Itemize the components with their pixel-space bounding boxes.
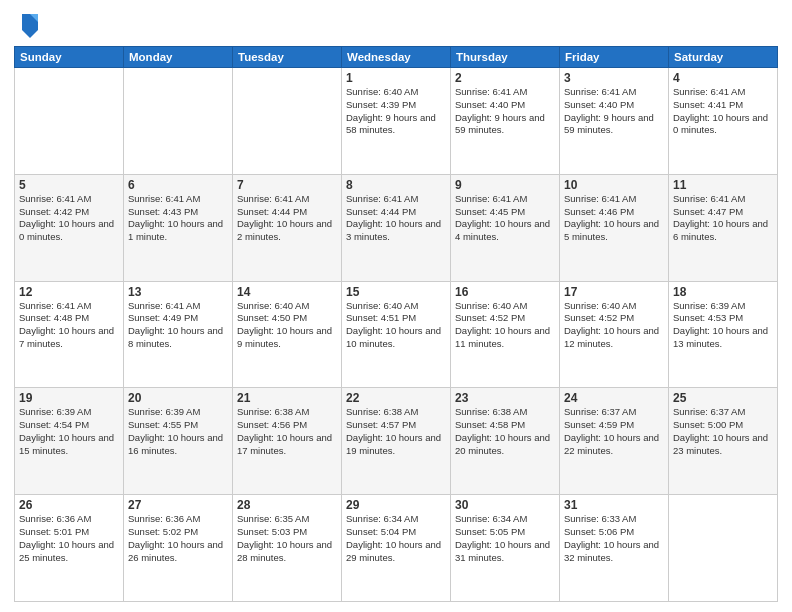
day-number: 13 <box>128 285 228 299</box>
day-info: Sunrise: 6:38 AM Sunset: 4:56 PM Dayligh… <box>237 406 337 457</box>
day-number: 11 <box>673 178 773 192</box>
calendar-cell: 14Sunrise: 6:40 AM Sunset: 4:50 PM Dayli… <box>233 281 342 388</box>
calendar: SundayMondayTuesdayWednesdayThursdayFrid… <box>14 46 778 602</box>
day-info: Sunrise: 6:41 AM Sunset: 4:48 PM Dayligh… <box>19 300 119 351</box>
calendar-header-monday: Monday <box>124 47 233 68</box>
calendar-header-friday: Friday <box>560 47 669 68</box>
day-info: Sunrise: 6:41 AM Sunset: 4:45 PM Dayligh… <box>455 193 555 244</box>
day-info: Sunrise: 6:41 AM Sunset: 4:40 PM Dayligh… <box>564 86 664 137</box>
day-number: 28 <box>237 498 337 512</box>
day-info: Sunrise: 6:41 AM Sunset: 4:44 PM Dayligh… <box>346 193 446 244</box>
day-number: 15 <box>346 285 446 299</box>
day-info: Sunrise: 6:39 AM Sunset: 4:53 PM Dayligh… <box>673 300 773 351</box>
day-info: Sunrise: 6:41 AM Sunset: 4:47 PM Dayligh… <box>673 193 773 244</box>
day-number: 23 <box>455 391 555 405</box>
calendar-cell: 13Sunrise: 6:41 AM Sunset: 4:49 PM Dayli… <box>124 281 233 388</box>
calendar-cell: 8Sunrise: 6:41 AM Sunset: 4:44 PM Daylig… <box>342 174 451 281</box>
day-info: Sunrise: 6:41 AM Sunset: 4:41 PM Dayligh… <box>673 86 773 137</box>
calendar-cell: 24Sunrise: 6:37 AM Sunset: 4:59 PM Dayli… <box>560 388 669 495</box>
day-number: 2 <box>455 71 555 85</box>
day-number: 24 <box>564 391 664 405</box>
calendar-cell <box>233 68 342 175</box>
logo-icon <box>18 10 42 38</box>
day-number: 16 <box>455 285 555 299</box>
day-info: Sunrise: 6:40 AM Sunset: 4:52 PM Dayligh… <box>455 300 555 351</box>
calendar-cell: 21Sunrise: 6:38 AM Sunset: 4:56 PM Dayli… <box>233 388 342 495</box>
calendar-cell: 19Sunrise: 6:39 AM Sunset: 4:54 PM Dayli… <box>15 388 124 495</box>
day-number: 20 <box>128 391 228 405</box>
day-info: Sunrise: 6:41 AM Sunset: 4:44 PM Dayligh… <box>237 193 337 244</box>
page: SundayMondayTuesdayWednesdayThursdayFrid… <box>0 0 792 612</box>
day-info: Sunrise: 6:36 AM Sunset: 5:02 PM Dayligh… <box>128 513 228 564</box>
calendar-header-tuesday: Tuesday <box>233 47 342 68</box>
day-info: Sunrise: 6:41 AM Sunset: 4:40 PM Dayligh… <box>455 86 555 137</box>
calendar-cell: 16Sunrise: 6:40 AM Sunset: 4:52 PM Dayli… <box>451 281 560 388</box>
day-number: 12 <box>19 285 119 299</box>
day-number: 5 <box>19 178 119 192</box>
calendar-week-row: 19Sunrise: 6:39 AM Sunset: 4:54 PM Dayli… <box>15 388 778 495</box>
day-number: 3 <box>564 71 664 85</box>
day-number: 8 <box>346 178 446 192</box>
calendar-header-row: SundayMondayTuesdayWednesdayThursdayFrid… <box>15 47 778 68</box>
day-info: Sunrise: 6:33 AM Sunset: 5:06 PM Dayligh… <box>564 513 664 564</box>
day-number: 30 <box>455 498 555 512</box>
day-number: 19 <box>19 391 119 405</box>
day-info: Sunrise: 6:41 AM Sunset: 4:49 PM Dayligh… <box>128 300 228 351</box>
day-info: Sunrise: 6:37 AM Sunset: 5:00 PM Dayligh… <box>673 406 773 457</box>
calendar-cell: 31Sunrise: 6:33 AM Sunset: 5:06 PM Dayli… <box>560 495 669 602</box>
calendar-cell: 3Sunrise: 6:41 AM Sunset: 4:40 PM Daylig… <box>560 68 669 175</box>
day-number: 26 <box>19 498 119 512</box>
day-number: 10 <box>564 178 664 192</box>
day-info: Sunrise: 6:34 AM Sunset: 5:05 PM Dayligh… <box>455 513 555 564</box>
day-number: 18 <box>673 285 773 299</box>
day-number: 21 <box>237 391 337 405</box>
day-info: Sunrise: 6:41 AM Sunset: 4:43 PM Dayligh… <box>128 193 228 244</box>
calendar-cell: 6Sunrise: 6:41 AM Sunset: 4:43 PM Daylig… <box>124 174 233 281</box>
calendar-header-sunday: Sunday <box>15 47 124 68</box>
day-info: Sunrise: 6:40 AM Sunset: 4:51 PM Dayligh… <box>346 300 446 351</box>
day-number: 7 <box>237 178 337 192</box>
calendar-cell <box>124 68 233 175</box>
day-info: Sunrise: 6:38 AM Sunset: 4:57 PM Dayligh… <box>346 406 446 457</box>
day-info: Sunrise: 6:38 AM Sunset: 4:58 PM Dayligh… <box>455 406 555 457</box>
calendar-cell <box>669 495 778 602</box>
day-info: Sunrise: 6:34 AM Sunset: 5:04 PM Dayligh… <box>346 513 446 564</box>
calendar-week-row: 26Sunrise: 6:36 AM Sunset: 5:01 PM Dayli… <box>15 495 778 602</box>
day-info: Sunrise: 6:40 AM Sunset: 4:50 PM Dayligh… <box>237 300 337 351</box>
day-info: Sunrise: 6:37 AM Sunset: 4:59 PM Dayligh… <box>564 406 664 457</box>
day-info: Sunrise: 6:41 AM Sunset: 4:46 PM Dayligh… <box>564 193 664 244</box>
calendar-cell: 10Sunrise: 6:41 AM Sunset: 4:46 PM Dayli… <box>560 174 669 281</box>
day-number: 4 <box>673 71 773 85</box>
calendar-header-thursday: Thursday <box>451 47 560 68</box>
calendar-header-saturday: Saturday <box>669 47 778 68</box>
day-number: 6 <box>128 178 228 192</box>
calendar-cell: 5Sunrise: 6:41 AM Sunset: 4:42 PM Daylig… <box>15 174 124 281</box>
day-info: Sunrise: 6:36 AM Sunset: 5:01 PM Dayligh… <box>19 513 119 564</box>
calendar-cell: 2Sunrise: 6:41 AM Sunset: 4:40 PM Daylig… <box>451 68 560 175</box>
calendar-cell: 18Sunrise: 6:39 AM Sunset: 4:53 PM Dayli… <box>669 281 778 388</box>
calendar-cell: 11Sunrise: 6:41 AM Sunset: 4:47 PM Dayli… <box>669 174 778 281</box>
day-info: Sunrise: 6:40 AM Sunset: 4:52 PM Dayligh… <box>564 300 664 351</box>
calendar-cell <box>15 68 124 175</box>
calendar-cell: 23Sunrise: 6:38 AM Sunset: 4:58 PM Dayli… <box>451 388 560 495</box>
calendar-cell: 15Sunrise: 6:40 AM Sunset: 4:51 PM Dayli… <box>342 281 451 388</box>
calendar-cell: 25Sunrise: 6:37 AM Sunset: 5:00 PM Dayli… <box>669 388 778 495</box>
day-number: 27 <box>128 498 228 512</box>
day-number: 29 <box>346 498 446 512</box>
day-number: 31 <box>564 498 664 512</box>
calendar-cell: 1Sunrise: 6:40 AM Sunset: 4:39 PM Daylig… <box>342 68 451 175</box>
day-number: 25 <box>673 391 773 405</box>
day-number: 9 <box>455 178 555 192</box>
calendar-cell: 7Sunrise: 6:41 AM Sunset: 4:44 PM Daylig… <box>233 174 342 281</box>
calendar-cell: 29Sunrise: 6:34 AM Sunset: 5:04 PM Dayli… <box>342 495 451 602</box>
calendar-cell: 20Sunrise: 6:39 AM Sunset: 4:55 PM Dayli… <box>124 388 233 495</box>
calendar-cell: 4Sunrise: 6:41 AM Sunset: 4:41 PM Daylig… <box>669 68 778 175</box>
calendar-cell: 12Sunrise: 6:41 AM Sunset: 4:48 PM Dayli… <box>15 281 124 388</box>
calendar-cell: 17Sunrise: 6:40 AM Sunset: 4:52 PM Dayli… <box>560 281 669 388</box>
calendar-header-wednesday: Wednesday <box>342 47 451 68</box>
calendar-cell: 26Sunrise: 6:36 AM Sunset: 5:01 PM Dayli… <box>15 495 124 602</box>
calendar-cell: 30Sunrise: 6:34 AM Sunset: 5:05 PM Dayli… <box>451 495 560 602</box>
day-info: Sunrise: 6:39 AM Sunset: 4:55 PM Dayligh… <box>128 406 228 457</box>
calendar-week-row: 12Sunrise: 6:41 AM Sunset: 4:48 PM Dayli… <box>15 281 778 388</box>
day-info: Sunrise: 6:35 AM Sunset: 5:03 PM Dayligh… <box>237 513 337 564</box>
